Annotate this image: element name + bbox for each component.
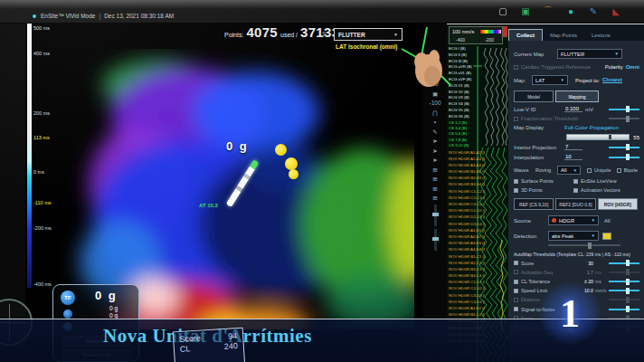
lesion-marker[interactable]	[275, 144, 287, 156]
cardiac-ref-label: Cardiac Triggered Reference	[521, 64, 591, 70]
active-map-value: FLUTTER	[338, 32, 365, 38]
map-dropdown[interactable]: LAT ▼	[532, 75, 568, 85]
3d-points-checkbox[interactable]	[514, 188, 518, 193]
pen-icon[interactable]: ✎	[432, 129, 437, 135]
panel-tab[interactable]: Collect	[508, 29, 543, 41]
window-tile-icon-4[interactable]: ⊞	[432, 195, 437, 201]
hand-tool-icon[interactable]: ➤	[432, 157, 437, 163]
lowv-unit: mV	[585, 107, 593, 112]
chevron-down-icon: ▼	[592, 218, 595, 223]
window-tile-icon-3[interactable]: ⊞	[432, 186, 437, 192]
reference-channel-button[interactable]: REF2 [DUO 0,6]	[555, 198, 595, 210]
threshold-checkbox[interactable]	[514, 270, 518, 274]
threshold-slider[interactable]	[609, 309, 639, 310]
chevron-down-icon: ▼	[573, 168, 577, 173]
camera-icon[interactable]: ▣	[432, 90, 438, 97]
catheter-curve-icon[interactable]: ⌒	[541, 5, 555, 17]
threshold-slider[interactable]	[609, 299, 639, 300]
annotate-pen-icon[interactable]: ✎	[586, 5, 601, 17]
detection-dropdown[interactable]: abs Peak ▼	[548, 231, 599, 241]
interpolation-value[interactable]: 10	[564, 154, 582, 160]
project-to-value[interactable]: Closest	[602, 77, 622, 83]
points-label: Points:	[224, 32, 243, 38]
propagation-opacity-slider[interactable]	[566, 134, 630, 140]
detection-color-swatch[interactable]	[602, 233, 611, 240]
fractionation-checkbox[interactable]	[514, 117, 518, 121]
source-all-value[interactable]: All	[604, 218, 611, 224]
interior-projection-value[interactable]: 7	[564, 144, 582, 150]
gain-slider[interactable]	[434, 205, 437, 226]
reference-channel-button[interactable]: REF [CS 9,10]	[514, 198, 554, 210]
threshold-checkbox[interactable]	[514, 261, 518, 265]
lesion-marker[interactable]	[289, 169, 298, 179]
threshold-value[interactable]: 1.7	[573, 270, 593, 275]
threshold-checkbox[interactable]	[514, 289, 518, 293]
source-catheter-icon	[552, 218, 556, 223]
chevron-down-icon: ▼	[393, 32, 398, 37]
project-to-label: Project to:	[575, 78, 600, 83]
lesion-marker[interactable]	[285, 157, 298, 170]
model-button[interactable]: Model	[514, 90, 554, 102]
automap-threshold-row: Activation Seq 1.7 ms	[514, 269, 639, 275]
display-icon[interactable]: ▣	[518, 5, 533, 17]
threshold-slider[interactable]	[609, 290, 639, 291]
cardiac-ref-checkbox[interactable]	[514, 65, 518, 70]
sweep-slider[interactable]	[434, 229, 437, 251]
sweep-value[interactable]: -100	[429, 100, 440, 106]
polarity-value[interactable]: Omni	[626, 64, 639, 70]
cl-value: 240	[224, 341, 239, 352]
polarity-label: Polarity	[605, 64, 623, 70]
unipole-checkbox[interactable]	[587, 168, 592, 173]
activation-time-annotation: AT 15.3	[199, 203, 218, 208]
map-label: Map:	[514, 78, 532, 83]
surface-points-checkbox[interactable]	[514, 179, 518, 184]
threshold-slider[interactable]	[609, 262, 639, 264]
liveview-checkbox[interactable]	[573, 179, 578, 184]
pointer-icon-2[interactable]: ➤	[432, 148, 437, 154]
current-map-dropdown[interactable]: FLUTTER ▼	[557, 49, 622, 59]
panel-tab[interactable]: Lesions	[584, 30, 618, 41]
dot-marker-icon[interactable]: •	[434, 119, 436, 125]
mapping-button[interactable]: Mapping	[555, 90, 599, 102]
threshold-checkbox[interactable]	[514, 280, 518, 284]
map-display-value[interactable]: Full-Color Propagation	[564, 125, 619, 130]
threshold-slider[interactable]	[609, 281, 639, 282]
interior-projection-slider[interactable]	[609, 147, 639, 148]
panel-tab[interactable]: Map Points	[543, 30, 584, 41]
roving-value: All	[561, 167, 566, 173]
window-tile-icon-2[interactable]: ⊞	[432, 176, 437, 182]
interpolation-slider[interactable]	[609, 157, 639, 158]
sensitivity-slider[interactable]	[548, 244, 620, 246]
lowv-slider[interactable]	[609, 109, 639, 110]
lock-icon[interactable]: ⋂	[432, 110, 437, 116]
current-map-label: Current Map	[514, 52, 557, 57]
activation-vectors-checkbox[interactable]	[573, 188, 578, 193]
scale-tick-label: 200 ms	[33, 110, 50, 116]
source-value: HDGR	[559, 218, 574, 224]
active-map-dropdown[interactable]: FLUTTER ▼	[334, 28, 402, 41]
chevron-down-icon: ▼	[615, 52, 619, 56]
source-dropdown[interactable]: HDGR ▼	[548, 215, 599, 225]
record-icon[interactable]: ◣	[609, 5, 623, 17]
waveform-panel[interactable]: 100 mm/s -400 -200 ECG I (B)ECG II (B)EC…	[447, 24, 508, 362]
lowv-label: Low-V ID	[514, 107, 564, 112]
screen-capture-icon[interactable]: ▢	[496, 5, 510, 17]
map-value: LAT	[535, 78, 545, 83]
fractionation-slider[interactable]	[609, 118, 639, 119]
roving-dropdown[interactable]: All ▼	[557, 166, 581, 175]
lowv-value[interactable]: 0.100	[564, 106, 582, 112]
pointer-icon[interactable]: ➤	[432, 138, 437, 144]
force-sub-value-1: 0 g	[109, 305, 118, 312]
threshold-checkbox[interactable]	[514, 298, 518, 302]
threshold-value[interactable]: 30	[573, 261, 593, 266]
scale-tick-label: 500 ms	[33, 25, 50, 31]
interior-projection-label: Interior Projection	[514, 145, 564, 150]
reference-channel-button[interactable]: ROV [HDGR]	[598, 198, 638, 210]
threshold-slider[interactable]	[609, 272, 639, 273]
map-marker-icon[interactable]: ●	[564, 5, 578, 17]
color-scale-bar[interactable]	[27, 24, 32, 288]
color-scale-ticks: 500 ms400 ms200 ms113 ms0 ms-110 ms-200 …	[33, 24, 70, 295]
threshold-checkbox[interactable]	[514, 307, 518, 311]
bipole-checkbox[interactable]	[617, 168, 621, 173]
window-tile-icon[interactable]: ⊞	[432, 167, 437, 173]
